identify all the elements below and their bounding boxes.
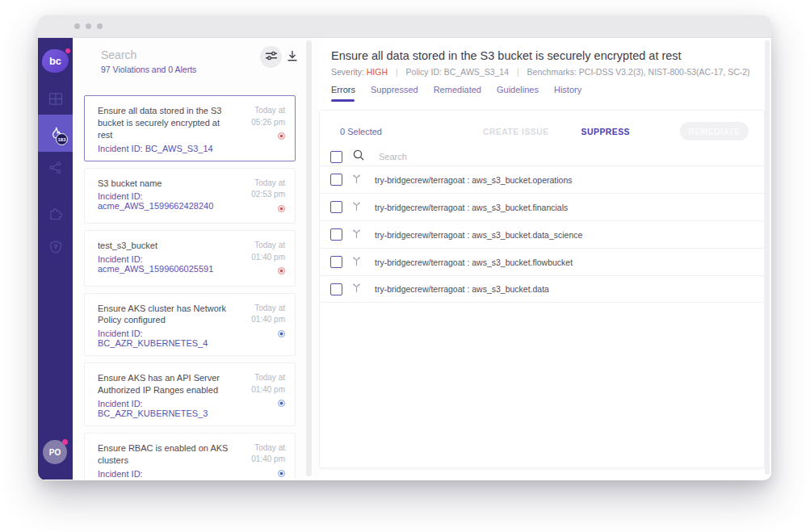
page-background: bc 183 bbox=[0, 0, 810, 532]
resource-row[interactable]: try-bridgecrew/terragoat : aws_s3_bucket… bbox=[320, 165, 764, 193]
sidebar: bc 183 bbox=[38, 38, 73, 480]
row-checkbox[interactable] bbox=[330, 174, 342, 186]
violations-panel: Search 97 Violations and 0 Alerts bbox=[73, 38, 319, 480]
tab-suppressed[interactable]: Suppressed bbox=[371, 85, 418, 102]
sidebar-item-security[interactable] bbox=[38, 228, 73, 266]
status-dot-blue bbox=[278, 400, 285, 407]
card-side: Today at 01:40 pm bbox=[240, 372, 285, 418]
timestamp-line1: Today at bbox=[240, 372, 285, 384]
logo-blob: bc bbox=[42, 49, 69, 73]
violation-title: Ensure AKS cluster has Network Policy co… bbox=[98, 303, 233, 327]
severity-label: Severity: bbox=[331, 67, 364, 77]
user-avatar[interactable]: PO bbox=[43, 440, 67, 464]
card-main: Ensure AKS has an API Server Authorized … bbox=[98, 372, 240, 418]
resource-name: try-bridgecrew/terragoat : aws_s3_bucket… bbox=[375, 258, 573, 267]
timestamp-line1: Today at bbox=[240, 442, 285, 455]
sidebar-item-graph[interactable] bbox=[38, 149, 73, 186]
incident-id: Incident ID: acme_AWS_1599606025591 bbox=[98, 254, 233, 274]
share-icon bbox=[48, 161, 62, 174]
tab-history[interactable]: History bbox=[554, 85, 581, 102]
violation-card[interactable]: Ensure AKS cluster has Network Policy co… bbox=[84, 293, 296, 357]
search-icon bbox=[352, 149, 365, 165]
violations-scrollbar[interactable] bbox=[306, 40, 312, 476]
errors-toolbar: 0 Selected CREATE ISSUE SUPPRESS REMEDIA… bbox=[320, 122, 764, 140]
row-checkbox[interactable] bbox=[330, 283, 342, 295]
violation-card[interactable]: Ensure AKS has an API Server Authorized … bbox=[84, 362, 296, 426]
row-checkbox[interactable] bbox=[330, 228, 342, 241]
select-all-checkbox[interactable] bbox=[330, 151, 342, 163]
card-main: S3 bucket name Incident ID: acme_AWS_159… bbox=[98, 178, 240, 216]
sidebar-item-dashboard[interactable] bbox=[38, 80, 73, 117]
incident-id: Incident ID: BC_AZR_KUBERNETES_4 bbox=[98, 329, 233, 348]
avatar-initials: PO bbox=[49, 448, 61, 457]
violations-search-input[interactable]: Search bbox=[101, 48, 136, 61]
filter-sliders-icon bbox=[265, 50, 278, 65]
detail-title: Ensure all data stored in the S3 bucket … bbox=[331, 49, 682, 62]
status-dot-red bbox=[278, 267, 285, 274]
violation-card[interactable]: Ensure all data stored in the S3 bucket … bbox=[84, 95, 296, 161]
timestamp-line2: 01:40 pm bbox=[240, 384, 285, 396]
puzzle-icon bbox=[48, 206, 63, 220]
tab-label: Remediated bbox=[434, 85, 481, 94]
violation-card[interactable]: test_s3_bucket Incident ID: acme_AWS_159… bbox=[84, 230, 296, 287]
detail-tabs: Errors Suppressed Remediated Guidelines … bbox=[331, 85, 597, 102]
app-window: bc 183 bbox=[38, 15, 771, 480]
git-branch-icon bbox=[351, 228, 362, 242]
violation-title: Ensure RBAC is enabled on AKS clusters bbox=[98, 442, 233, 467]
meta-divider: | bbox=[396, 67, 398, 77]
timestamp-line1: Today at bbox=[240, 240, 285, 252]
resource-name: try-bridgecrew/terragoat : aws_s3_bucket… bbox=[375, 203, 568, 212]
tab-errors[interactable]: Errors bbox=[331, 85, 355, 102]
resource-row[interactable]: try-bridgecrew/terragoat : aws_s3_bucket… bbox=[320, 193, 764, 220]
suppress-button[interactable]: SUPPRESS bbox=[581, 127, 630, 136]
violation-card[interactable]: Ensure RBAC is enabled on AKS clusters I… bbox=[84, 433, 296, 480]
resource-row[interactable]: try-bridgecrew/terragoat : aws_s3_bucket… bbox=[320, 248, 764, 275]
sidebar-item-integrations[interactable] bbox=[38, 195, 73, 232]
window-control-icon[interactable] bbox=[97, 23, 103, 29]
row-checkbox[interactable] bbox=[330, 201, 342, 213]
bridgecrew-logo[interactable]: bc bbox=[38, 48, 73, 77]
shield-icon bbox=[48, 240, 63, 255]
card-main: Ensure all data stored in the S3 bucket … bbox=[98, 105, 240, 153]
remediate-button[interactable]: REMEDIATE bbox=[680, 122, 749, 140]
status-dot-blue bbox=[278, 330, 285, 337]
timestamp-line1: Today at bbox=[240, 303, 285, 315]
resource-name: try-bridgecrew/terragoat : aws_s3_bucket… bbox=[375, 284, 549, 294]
tab-guidelines[interactable]: Guidelines bbox=[497, 85, 539, 102]
policy-id: Policy ID: BC_AWS_S3_14 bbox=[406, 67, 509, 77]
tab-label: Guidelines bbox=[497, 85, 539, 94]
status-dot-red bbox=[278, 205, 285, 212]
severity-value: HIGH bbox=[367, 67, 388, 77]
tab-remediated[interactable]: Remediated bbox=[434, 85, 481, 102]
incident-count-badge: 183 bbox=[56, 133, 68, 145]
incident-id: Incident ID: acme_AWS_1599662428240 bbox=[98, 191, 233, 211]
violation-title: S3 bucket name bbox=[98, 178, 233, 190]
violation-card[interactable]: S3 bucket name Incident ID: acme_AWS_159… bbox=[84, 168, 296, 224]
resource-row[interactable]: try-bridgecrew/terragoat : aws_s3_bucket… bbox=[320, 220, 764, 248]
sidebar-item-incidents[interactable]: 183 bbox=[38, 115, 73, 152]
create-issue-button[interactable]: CREATE ISSUE bbox=[483, 127, 549, 136]
grid-icon bbox=[48, 92, 63, 106]
card-side: Today at 01:40 pm bbox=[240, 303, 285, 349]
git-branch-icon bbox=[351, 255, 362, 270]
card-main: Ensure RBAC is enabled on AKS clusters I… bbox=[98, 442, 240, 480]
row-checkbox[interactable] bbox=[330, 256, 342, 268]
logo-notification-dot bbox=[65, 48, 70, 53]
git-branch-icon bbox=[351, 200, 362, 215]
status-dot-blue bbox=[278, 470, 285, 477]
resources-search-input[interactable]: Search bbox=[379, 152, 407, 161]
violation-title: Ensure AKS has an API Server Authorized … bbox=[98, 372, 233, 396]
filter-button[interactable] bbox=[260, 46, 282, 68]
detail-scrollbar[interactable] bbox=[765, 40, 770, 475]
download-button[interactable] bbox=[284, 49, 300, 65]
card-side: Today at 05:26 pm bbox=[240, 105, 285, 153]
window-control-icon[interactable] bbox=[74, 23, 80, 29]
resource-row[interactable]: try-bridgecrew/terragoat : aws_s3_bucket… bbox=[320, 275, 764, 303]
resource-name: try-bridgecrew/terragoat : aws_s3_bucket… bbox=[375, 175, 573, 185]
detail-panel: Ensure all data stored in the S3 bucket … bbox=[319, 38, 771, 480]
avatar-notification-dot bbox=[62, 439, 68, 445]
benchmarks: Benchmarks: PCI-DSS V3.2(3), NIST-800-53… bbox=[527, 67, 750, 77]
window-control-icon[interactable] bbox=[86, 23, 91, 29]
card-side: Today at 02:53 pm bbox=[240, 178, 285, 216]
errors-content-card: 0 Selected CREATE ISSUE SUPPRESS REMEDIA… bbox=[319, 110, 765, 468]
